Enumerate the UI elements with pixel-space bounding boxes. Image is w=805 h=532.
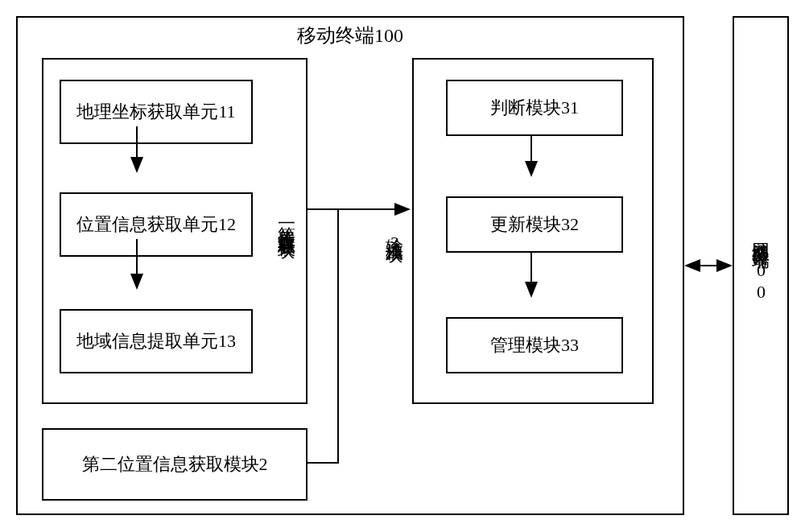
block-31-text: 判断模块31 (490, 97, 579, 120)
block-33-text: 管理模块33 (490, 334, 579, 357)
unit-13-text: 地域信息提取单元13 (76, 330, 236, 353)
module-1-box: 第一位置信息获取模块1 地理坐标获取单元11 位置信息获取单元12 地域信息提取… (42, 58, 308, 404)
unit-11-text: 地理坐标获取单元11 (76, 101, 235, 124)
module-3-box: 输入法模块3 判断模块31 更新模块32 管理模块33 (412, 58, 654, 404)
unit-12-text: 位置信息获取单元12 (76, 213, 236, 237)
module-1-label: 第一位置信息获取模块1 (270, 68, 303, 394)
server-label: 网络服务器端300 (749, 229, 773, 303)
unit-12-box: 位置信息获取单元12 (60, 192, 253, 257)
unit-13-box: 地域信息提取单元13 (60, 309, 253, 373)
module-1-label-text: 第一位置信息获取模块1 (275, 212, 299, 250)
mobile-terminal-title: 移动终端100 (18, 23, 683, 48)
server-box: 网络服务器端300 (733, 16, 789, 515)
block-31-box: 判断模块31 (446, 80, 623, 136)
block-32-text: 更新模块32 (490, 213, 579, 237)
diagram-canvas: 移动终端100 第一位置信息获取模块1 地理坐标获取单元11 位置信息获取单元1… (0, 0, 805, 532)
module-3-label: 输入法模块3 (378, 156, 411, 322)
module-3-label-text: 输入法模块3 (382, 225, 407, 254)
block-32-box: 更新模块32 (446, 196, 623, 253)
server-label-text: 网络服务器端300 (749, 229, 773, 303)
block-33-box: 管理模块33 (446, 317, 623, 373)
mobile-terminal-box: 移动终端100 第一位置信息获取模块1 地理坐标获取单元11 位置信息获取单元1… (16, 16, 684, 515)
module-2-box: 第二位置信息获取模块2 (42, 428, 308, 501)
module-2-text: 第二位置信息获取模块2 (82, 453, 268, 476)
unit-11-box: 地理坐标获取单元11 (60, 80, 253, 144)
